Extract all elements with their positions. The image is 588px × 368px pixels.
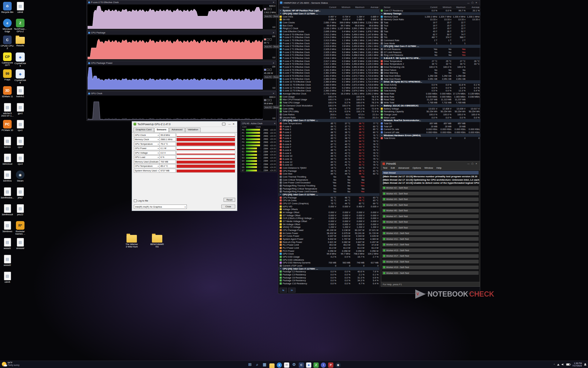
- sensor-row[interactable]: Current cTDP Level 0 0 0 0: [279, 264, 379, 267]
- sensor-row[interactable]: CLR (CBo/LLC/Ring) Voltage ... 0.000 V 0…: [279, 217, 379, 220]
- desktop-icon[interactable]: ▤ witcher3 2022-07-1...: [1, 103, 14, 120]
- sensor-row[interactable]: Package C6 Residency 0.0 % 0.0 % 31.3 % …: [279, 276, 379, 279]
- worker-window-titlebar[interactable]: Worker #7 - Self-Test: [382, 214, 479, 218]
- gpuz-titlebar[interactable]: TechPowerUp GPU-Z 2.47.0 — ✕: [132, 121, 237, 127]
- sensor-row[interactable]: Memory Clock Ratio 13.33 x 13.33 x 13.33…: [380, 18, 481, 21]
- sensor-row[interactable]: Core C7 Residency 0.0 % 0.0 % 99.7 % 20.…: [380, 9, 481, 12]
- sensor-row[interactable]: E-core 12 T0 Effective Clock 2,361.2 MHz…: [279, 86, 379, 89]
- sensor-row[interactable]: PL2 Power Limit 61.0 W 61.0 W 61.0 W 61.…: [279, 247, 379, 250]
- sensor-row[interactable]: P-core 3 T0 Effective Clock 2,925.1 MHz …: [279, 51, 379, 54]
- sensor-row[interactable]: Voltage Offsets: [279, 208, 379, 211]
- sensor-row[interactable]: Current DL rate 0.000 KB/s 0.000 KB/s 0.…: [380, 128, 481, 131]
- desktop-icon[interactable]: ◆ CrystalDisk 8: [13, 69, 27, 86]
- sensor-row[interactable]: Network: RealTek Semiconductor...: [380, 119, 481, 122]
- desktop-icon[interactable]: ▤ cpu2: [13, 137, 27, 154]
- hwinfo-titlebar[interactable]: HWiNFO64 v7.26-4800 - Sensors Status — ▢…: [278, 0, 480, 5]
- close-icon[interactable]: ✕: [272, 1, 275, 4]
- close-icon[interactable]: ✕: [474, 2, 478, 4]
- taskbar-icon[interactable]: ▦: [262, 362, 268, 368]
- sensor-name-dropdown[interactable]: Memory Clock▾: [134, 137, 160, 141]
- sensor-row[interactable]: Tras 43 T 35 T 52 T: [380, 30, 481, 33]
- sensor-row[interactable]: Package C2 Residency 0.0 % 0.0 % 40.6 % …: [279, 270, 379, 273]
- maximize-icon[interactable]: ▢: [470, 163, 474, 165]
- gpuz-tab[interactable]: Validation: [185, 128, 201, 132]
- sensor-row[interactable]: GPU D3D Usage 4.2 % 0.9 % 15.7 % 2.7 %: [279, 255, 379, 259]
- sensor-row[interactable]: Uncore Ratio 22.0 x 4.0 x 36.0 x 20.3 x: [279, 116, 379, 119]
- hwinfo-fast-forward-button[interactable]: ≫: [288, 288, 296, 293]
- sensor-row[interactable]: Write Activity 0.5 % 0.0 % 1.0 % 0.2 %: [380, 86, 481, 89]
- sensor-name-dropdown[interactable]: GPU Temperature▾: [134, 142, 160, 146]
- sensor-row[interactable]: P-core 0 T1 Effective Clock 2,914.2 MHz …: [279, 36, 379, 39]
- sensor-row[interactable]: Command Rate 2 T 1 T 2 T: [380, 39, 481, 42]
- sensor-row[interactable]: P-core 2 88 °C 36 °C 96 °C 80 °C: [279, 131, 379, 134]
- sensor-row[interactable]: Average Effective Clock 2,779.0 MHz 16.3…: [279, 92, 379, 95]
- desktop-icon[interactable]: ▤ jets22: [13, 204, 27, 221]
- taskbar-icon[interactable]: i: [321, 362, 326, 368]
- desktop-icon[interactable]: 3D 3DMark 11: [1, 86, 14, 103]
- desktop-icon[interactable]: ▤ 3dmcloud: [1, 154, 14, 171]
- worker-window-titlebar[interactable]: Worker #2 - Self-Test: [382, 186, 479, 190]
- volume-icon[interactable]: [562, 363, 564, 366]
- sensor-row[interactable]: P-core 0 T0 Effective Clock 2,912.2 MHz …: [279, 33, 379, 36]
- desktop-icon[interactable]: ▤ cpu3: [13, 154, 27, 171]
- sensor-row[interactable]: Drive Temperature 2 34 °C 32 °C 34 °C 33…: [380, 63, 481, 66]
- sensor-row[interactable]: Trc 62 T 50 T 74 T: [380, 33, 481, 36]
- sensor-row[interactable]: P-core 4 T1 Effective Clock 2,917.1 MHz …: [279, 59, 379, 63]
- graph-legend[interactable]: [263, 7, 276, 10]
- sensor-name-dropdown[interactable]: GPU Power▾: [134, 146, 160, 150]
- autofit-button[interactable]: Auto Fit: [264, 106, 272, 109]
- reset-button[interactable]: Reset: [273, 106, 280, 109]
- battery-icon[interactable]: [566, 363, 570, 366]
- desktop-icon[interactable]: 99 Fraps: [1, 69, 14, 86]
- desktop-folder-witcher[interactable]: The Witcher 3 Wild Hunt: [123, 234, 140, 248]
- sensor-row[interactable]: CPU [#0]: Intel Core i7-12700H: ...: [279, 12, 379, 15]
- sensor-row[interactable]: Core Distance to TjMAX 15 °C 4 °C 63 °C …: [279, 167, 379, 170]
- graph-titlebar[interactable]: CPU Package ✕: [87, 31, 276, 35]
- desktop-icon[interactable]: ▤ hwinfo1: [13, 86, 27, 103]
- sensor-row[interactable]: GPU Clock 99.8 MHz 99.7 MHz 798.0 MHz 10…: [279, 252, 379, 255]
- sensor-row[interactable]: GT Media Voltage Offset 0.000 V 0.000 V …: [279, 220, 379, 223]
- sensor-row[interactable]: E-core 6 87 °C 40 °C 94 °C 76 °C: [279, 143, 379, 146]
- gpuz-tab[interactable]: Graphics Card: [133, 128, 154, 132]
- sensor-row[interactable]: E-core 7 T0 Effective Clock 2,361.3 MHz …: [279, 71, 379, 75]
- taskbar-icon[interactable]: ⊞: [247, 362, 253, 368]
- sensor-row[interactable]: Total DL 857 MB 857 MB 857 MB: [380, 122, 481, 125]
- sensor-row[interactable]: Core Power Limit Exceeded Yes No Yes: [279, 181, 379, 184]
- reset-button[interactable]: Reset: [224, 198, 235, 202]
- sensor-row[interactable]: Core Ratios 26.6 x 4.0 x 47.0 x 22.3 x: [279, 113, 379, 116]
- sensor-row[interactable]: Tcas 19 T 15 T 22 T: [380, 21, 481, 24]
- worker-window-titlebar[interactable]: Worker #12 - Self-Test: [382, 243, 479, 247]
- graph-legend[interactable]: [263, 37, 276, 40]
- sensor-row[interactable]: Trfc 467 T 374 T 560 T: [380, 36, 481, 39]
- sensor-row[interactable]: Core Critical Temperature No No No: [279, 178, 379, 181]
- sensor-row[interactable]: Core Effective Clocks 2,695.3 MHz 0.4 MH…: [279, 30, 379, 33]
- sensor-row[interactable]: Remaining Capacity 50.254 Wh 50.254 Wh 5…: [380, 110, 481, 113]
- minimize-icon[interactable]: —: [228, 123, 232, 125]
- graph-legend[interactable]: [263, 98, 276, 101]
- sensor-row[interactable]: P-core 4 T0 Effective Clock 2,918.1 MHz …: [279, 57, 379, 60]
- sensor-row[interactable]: Rest-of-Chip Power 0.621 W 0.082 W 0.847…: [279, 240, 379, 243]
- desktop-icon[interactable]: ▤ 3dmfires: [1, 171, 14, 187]
- sensor-row[interactable]: GT Limit Reasons No No Yes: [380, 51, 481, 54]
- desktop-icon[interactable]: R* Rockstar Games ...: [13, 221, 27, 238]
- sensor-row[interactable]: GT Cores Power 0.047 W 0.003 W 0.344 W 0…: [279, 235, 379, 238]
- taskbar-icon[interactable]: ◉: [335, 362, 341, 368]
- sensor-row[interactable]: CPU Package 89 °C 45 °C 96 °C 81 °C: [279, 169, 379, 172]
- graph-titlebar[interactable]: P-core 0 T0 Effective Clock ✕: [87, 0, 276, 4]
- sensor-row[interactable]: GPU D3D Memory Dynamic 700 MB 563 MB 740…: [279, 261, 379, 264]
- sensor-row[interactable]: P-core 1 84 °C 41 °C 95 °C 80 °C: [279, 128, 379, 131]
- sensor-name-dropdown[interactable]: Memory Used (Dedicated)▾: [134, 160, 160, 164]
- desktop-icon[interactable]: ▤ 3dmtimes: [1, 221, 14, 238]
- close-icon[interactable]: ✕: [272, 92, 275, 95]
- sensor-row[interactable]: CPU [#0]: Intel Core i7-12700H: ...: [279, 193, 379, 196]
- desktop-icon[interactable]: ▤ 3dm11: [1, 137, 14, 154]
- sensor-row[interactable]: Trp 19 T 15 T 22 T: [380, 27, 481, 30]
- minimize-icon[interactable]: —: [466, 2, 470, 4]
- sensor-row[interactable]: CPU GT Cores (Graphics) 75 °C 44 °C 82 °…: [279, 202, 379, 205]
- desktop-icon[interactable]: ▤ jets2: [13, 187, 27, 204]
- sensor-row[interactable]: E-core 11 84 °C 41 °C 92 °C 75 °C: [279, 158, 379, 161]
- desktop-icon[interactable]: C CPUID CPU-Z: [1, 36, 14, 52]
- sensor-row[interactable]: Trcd 19 T 15 T 22 T: [380, 24, 481, 27]
- desktop-icon[interactable]: PC PCMark 10: [1, 120, 14, 137]
- sensor-row[interactable]: Ring Limit Reasons No No Yes: [380, 54, 481, 57]
